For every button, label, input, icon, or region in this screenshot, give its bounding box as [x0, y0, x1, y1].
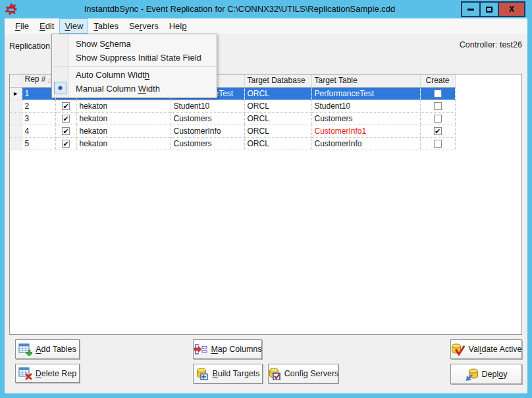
menu-item-auto-column-width[interactable]: Auto Column Width — [52, 68, 217, 82]
replication-label: Replication — [9, 42, 50, 51]
close-button[interactable]: X — [499, 3, 524, 16]
caption-buttons: X — [461, 1, 525, 17]
client-area: File Edit View Tables Servers Help Repli… — [5, 18, 527, 393]
maximize-button[interactable] — [481, 3, 498, 16]
cell-source-db[interactable]: hekaton — [76, 100, 171, 112]
cell-create[interactable] — [420, 87, 455, 100]
table-row[interactable]: 2 hekaton Student10 ORCL Student10 — [10, 100, 455, 112]
cell-active[interactable] — [55, 100, 76, 112]
cell-target-db[interactable]: ORCL — [244, 87, 311, 100]
button-label: Deploy — [482, 370, 508, 379]
cell-create[interactable] — [420, 100, 455, 112]
active-checkbox[interactable] — [62, 102, 70, 110]
header-create[interactable]: Create — [420, 74, 455, 87]
row-header[interactable] — [10, 125, 22, 137]
create-checkbox[interactable] — [434, 102, 442, 110]
table-add-icon — [18, 343, 32, 356]
replication-grid: Rep #△ Target Database Target Table Crea… — [9, 74, 522, 335]
cell-active[interactable] — [55, 137, 76, 150]
current-row-marker: ► — [13, 90, 18, 97]
cell-target-table[interactable]: CustomerInfo — [311, 137, 420, 150]
cell-target-db[interactable]: ORCL — [244, 112, 311, 125]
controller-label: Controller: test26 — [460, 40, 522, 49]
active-checkbox[interactable] — [62, 140, 70, 148]
radio-selected-box[interactable] — [54, 82, 66, 94]
minimize-button[interactable] — [462, 3, 479, 16]
cell-create[interactable] — [420, 112, 455, 125]
header-rep[interactable]: Rep #△ — [22, 74, 55, 87]
row-header[interactable] — [10, 100, 22, 112]
cell-rep[interactable]: 2 — [22, 100, 55, 112]
corner-header — [10, 74, 22, 87]
button-label: Add Tables — [36, 345, 76, 354]
create-checkbox[interactable] — [434, 140, 442, 148]
cell-source-db[interactable]: hekaton — [76, 125, 171, 137]
create-checkbox[interactable] — [434, 90, 442, 98]
header-target-db[interactable]: Target Database — [244, 74, 311, 87]
app-icon — [5, 3, 18, 16]
map-columns-button[interactable]: Map Columns — [193, 339, 262, 359]
menu-edit[interactable]: Edit — [34, 18, 59, 34]
cell-create[interactable] — [420, 125, 455, 137]
menu-help[interactable]: Help — [164, 18, 192, 34]
cell-target-db[interactable]: ORCL — [244, 137, 311, 150]
table-row[interactable]: 5 hekaton Customers ORCL CustomerInfo — [10, 137, 455, 150]
validate-active-button[interactable]: Validate Active — [450, 339, 522, 359]
cell-source-db[interactable]: hekaton — [76, 137, 171, 150]
menu-view[interactable]: View — [59, 18, 88, 34]
cell-rep[interactable]: 4 — [22, 125, 55, 137]
build-targets-button[interactable]: Build Targets — [193, 364, 263, 384]
deploy-icon — [466, 368, 479, 381]
cell-target-table[interactable]: CustomerInfo1 — [311, 125, 420, 137]
cell-rep[interactable]: 5 — [22, 137, 55, 150]
view-menu-dropdown: Show Schema Show Suppress Initial State … — [51, 34, 217, 98]
window-title: InstantdbSync - Event Replication for C:… — [26, 4, 453, 14]
cell-source-table[interactable]: CustomerInfo — [171, 125, 244, 137]
add-tables-button[interactable]: Add Tables — [15, 339, 80, 359]
cell-create[interactable] — [420, 137, 455, 150]
cell-target-table[interactable]: Student10 — [311, 100, 420, 112]
button-label: Delete Rep — [36, 369, 77, 378]
maximize-icon — [486, 7, 492, 13]
cell-source-db[interactable]: hekaton — [76, 112, 171, 125]
cell-target-table[interactable]: Customers — [311, 112, 420, 125]
cell-active[interactable] — [55, 125, 76, 137]
menu-item-show-suppress[interactable]: Show Suppress Initial State Field — [52, 51, 217, 65]
row-header[interactable]: ► — [10, 87, 22, 100]
active-checkbox[interactable] — [62, 115, 70, 123]
radio-dot-icon — [58, 86, 63, 90]
header-target-table[interactable]: Target Table — [311, 74, 420, 87]
cell-rep[interactable]: 1 — [22, 87, 55, 100]
menu-item-show-schema[interactable]: Show Schema — [52, 37, 217, 51]
menu-bar: File Edit View Tables Servers Help — [5, 18, 527, 34]
button-label: Map Columns — [211, 345, 261, 354]
row-header[interactable] — [10, 112, 22, 125]
cell-target-table[interactable]: PerformanceTest — [311, 87, 420, 100]
deploy-button[interactable]: Deploy — [450, 364, 522, 384]
titlebar: InstantdbSync - Event Replication for C:… — [0, 0, 532, 18]
menu-servers[interactable]: Servers — [124, 18, 164, 34]
menu-item-manual-column-width[interactable]: Manual Column Width — [52, 82, 217, 96]
table-row[interactable]: 4 hekaton CustomerInfo ORCL CustomerInfo… — [10, 125, 455, 137]
menu-separator — [53, 66, 216, 67]
button-label: Validate Active — [468, 345, 521, 354]
table-row[interactable]: 3 hekaton Customers ORCL Customers — [10, 112, 455, 125]
active-checkbox[interactable] — [62, 127, 70, 135]
cell-target-db[interactable]: ORCL — [244, 100, 311, 112]
cell-rep[interactable]: 3 — [22, 112, 55, 125]
delete-rep-button[interactable]: Delete Rep — [15, 364, 80, 383]
cell-source-table[interactable]: Customers — [171, 112, 244, 125]
config-servers-button[interactable]: Config Servers — [268, 364, 338, 384]
cell-target-db[interactable]: ORCL — [244, 125, 311, 137]
cell-source-table[interactable]: Student10 — [171, 100, 244, 112]
create-checkbox[interactable] — [434, 115, 442, 123]
close-icon: X — [509, 5, 514, 14]
build-targets-icon — [196, 367, 209, 380]
menu-file[interactable]: File — [10, 18, 34, 34]
menu-tables[interactable]: Tables — [88, 18, 124, 34]
create-checkbox[interactable] — [434, 127, 442, 135]
minimize-icon — [467, 9, 474, 11]
cell-source-table[interactable]: Customers — [171, 137, 244, 150]
row-header[interactable] — [10, 137, 22, 150]
cell-active[interactable] — [55, 112, 76, 125]
